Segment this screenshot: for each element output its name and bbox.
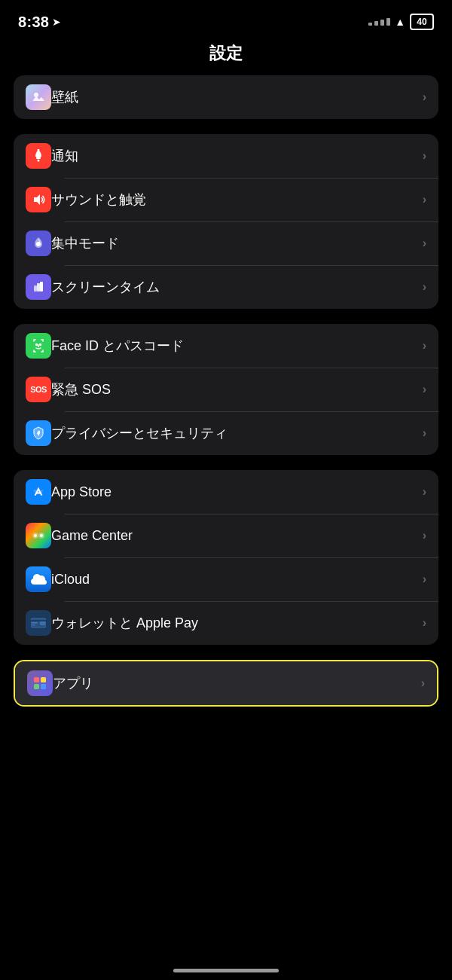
wallpaper-chevron: ›: [423, 90, 426, 104]
notification-chevron: ›: [423, 149, 426, 163]
settings-item-apps[interactable]: アプリ ›: [15, 661, 437, 705]
settings-item-icloud[interactable]: iCloud ›: [14, 557, 438, 601]
sos-chevron: ›: [423, 383, 426, 396]
privacy-chevron: ›: [423, 426, 426, 440]
svg-rect-19: [40, 621, 45, 625]
settings-group-wallpaper: 壁紙 ›: [14, 75, 438, 119]
wallpaper-label: 壁紙: [51, 88, 423, 106]
settings-group-apps-highlighted: アプリ ›: [14, 660, 438, 707]
notification-label: 通知: [51, 147, 423, 165]
screentime-chevron: ›: [423, 280, 426, 294]
icloud-chevron: ›: [423, 572, 426, 586]
svg-rect-7: [37, 283, 40, 292]
svg-rect-1: [36, 157, 41, 159]
wallpaper-icon: [26, 84, 51, 110]
signal-icon: [368, 18, 390, 26]
battery-icon: 40: [410, 14, 434, 30]
faceid-icon: [26, 333, 51, 359]
settings-item-faceid[interactable]: Face ID とパスコード ›: [14, 324, 438, 368]
wallet-label: ウォレットと Apple Pay: [51, 614, 423, 632]
settings-group-services: App Store › Game Center › iCloud ›: [14, 470, 438, 645]
svg-point-2: [38, 160, 40, 162]
home-indicator: [173, 969, 279, 972]
screentime-label: スクリーンタイム: [51, 278, 423, 296]
page-title: 設定: [0, 39, 452, 75]
settings-item-appstore[interactable]: App Store ›: [14, 470, 438, 514]
notification-icon: [26, 143, 51, 169]
settings-item-privacy[interactable]: プライバシーとセキュリティ ›: [14, 411, 438, 455]
status-time: 8:38: [18, 14, 49, 31]
wallet-chevron: ›: [423, 616, 426, 630]
svg-rect-21: [41, 677, 46, 682]
settings-item-notification[interactable]: 通知 ›: [14, 134, 438, 178]
svg-rect-8: [40, 282, 43, 292]
svg-point-13: [34, 534, 37, 537]
status-bar: 8:38 ➤ ▲ 40: [0, 0, 452, 39]
focus-chevron: ›: [423, 237, 426, 250]
settings-item-sos[interactable]: SOS 緊急 SOS ›: [14, 368, 438, 411]
sound-chevron: ›: [423, 193, 426, 206]
appstore-icon: [26, 479, 51, 505]
gamecenter-chevron: ›: [423, 529, 426, 542]
apps-label: アプリ: [53, 674, 421, 692]
gamecenter-label: Game Center: [51, 528, 423, 544]
sos-icon: SOS: [26, 377, 51, 402]
settings-item-sound[interactable]: サウンドと触覚 ›: [14, 178, 438, 221]
settings-item-wallet[interactable]: ウォレットと Apple Pay ›: [14, 601, 438, 645]
svg-rect-23: [41, 684, 46, 689]
settings-group-security: Face ID とパスコード › SOS 緊急 SOS › プライバシーとセキュ…: [14, 324, 438, 455]
svg-rect-16: [31, 620, 46, 621]
privacy-label: プライバシーとセキュリティ: [51, 424, 423, 442]
focus-label: 集中モード: [51, 234, 423, 252]
svg-rect-20: [34, 677, 39, 682]
settings-item-wallpaper[interactable]: 壁紙 ›: [14, 75, 438, 119]
privacy-icon: [26, 420, 51, 446]
sound-label: サウンドと触覚: [51, 191, 423, 209]
appstore-label: App Store: [51, 484, 423, 500]
icloud-label: iCloud: [51, 572, 423, 588]
faceid-label: Face ID とパスコード: [51, 337, 423, 355]
apps-chevron: ›: [421, 676, 425, 690]
faceid-chevron: ›: [423, 339, 426, 353]
settings-item-focus[interactable]: 集中モード ›: [14, 221, 438, 265]
svg-rect-18: [32, 624, 35, 626]
settings-group-notifications: 通知 › サウンドと触覚 › 集中モード ›: [14, 134, 438, 309]
appstore-chevron: ›: [423, 485, 426, 499]
apps-icon: [27, 670, 53, 696]
gamecenter-icon: [26, 523, 51, 548]
focus-icon: [26, 230, 51, 256]
wallet-icon: [26, 610, 51, 636]
svg-rect-6: [34, 285, 37, 292]
location-arrow-icon: ➤: [52, 16, 61, 28]
svg-rect-17: [32, 622, 38, 624]
sound-icon: [26, 187, 51, 212]
svg-point-14: [40, 534, 43, 537]
svg-rect-3: [38, 149, 40, 151]
svg-rect-22: [34, 684, 39, 689]
status-icons: ▲ 40: [368, 14, 434, 30]
screentime-icon: [26, 274, 51, 300]
wifi-icon: ▲: [395, 16, 405, 28]
settings-item-gamecenter[interactable]: Game Center ›: [14, 514, 438, 557]
svg-point-9: [36, 344, 38, 346]
svg-point-10: [40, 344, 41, 346]
settings-item-screentime[interactable]: スクリーンタイム ›: [14, 265, 438, 309]
icloud-icon: [26, 566, 51, 592]
svg-marker-4: [34, 194, 40, 205]
sos-label: 緊急 SOS: [51, 380, 423, 398]
